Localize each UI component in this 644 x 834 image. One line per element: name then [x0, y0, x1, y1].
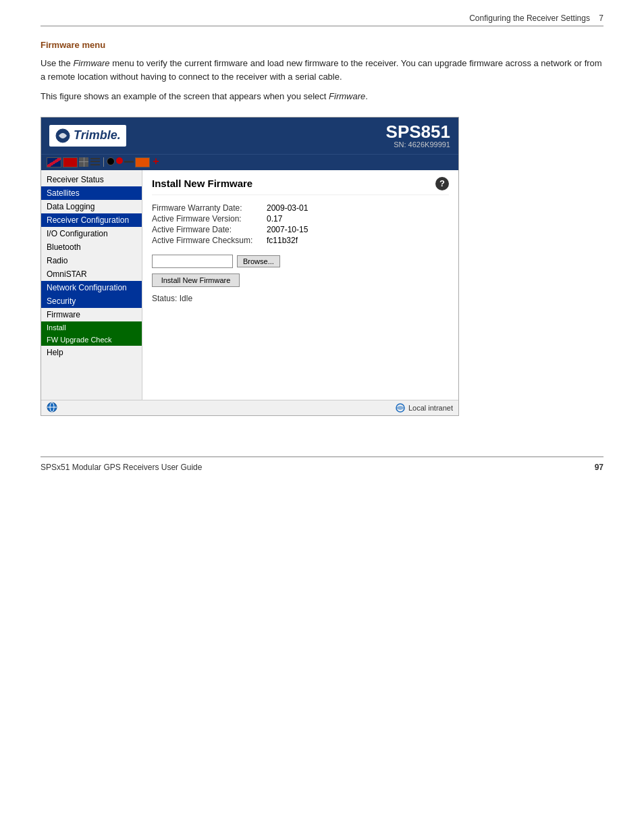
- help-icon-button[interactable]: ?: [435, 177, 449, 190]
- info-label-1: Active Firmware Version:: [152, 214, 267, 224]
- nav-item-bluetooth[interactable]: Bluetooth: [41, 240, 142, 254]
- ie-icon: [47, 402, 57, 413]
- statusbar-right: Local intranet: [395, 402, 453, 413]
- content-title-text: Install New Firmware: [152, 178, 252, 189]
- nav-item-radio[interactable]: Radio: [41, 254, 142, 267]
- info-row-2: Active Firmware Date: 2007-10-15: [152, 225, 449, 234]
- browse-row: Browse...: [152, 255, 449, 268]
- browser-body: Receiver Status Satellites Data Logging …: [41, 170, 458, 400]
- grid-icon: [79, 157, 88, 167]
- red-dot-icon: [116, 157, 123, 164]
- firmware-info-table: Firmware Warranty Date: 2009-03-01 Activ…: [152, 203, 449, 245]
- nav-item-omnistar[interactable]: OmniSTAR: [41, 267, 142, 281]
- trimble-logo: Trimble.: [49, 125, 126, 147]
- nav-item-install[interactable]: Install: [41, 321, 142, 334]
- sps-model: SPS851 SN: 4626K99991: [386, 123, 450, 149]
- info-value-2: 2007-10-15: [267, 225, 308, 234]
- info-row-0: Firmware Warranty Date: 2009-03-01: [152, 203, 449, 213]
- nav-item-network-config[interactable]: Network Configuration: [41, 281, 142, 294]
- page-header-text: Configuring the Receiver Settings 7: [469, 14, 603, 23]
- trimble-logo-text: Trimble.: [74, 128, 121, 142]
- browser-statusbar: Local intranet: [41, 400, 458, 415]
- nav-item-fw-upgrade-check[interactable]: FW Upgrade Check: [41, 334, 142, 346]
- nav-toolbar-icons: +: [47, 157, 161, 167]
- sps-serial: SN: 4626K99991: [386, 140, 450, 149]
- footer-left-text: SPSx51 Modular GPS Receivers User Guide: [41, 463, 202, 472]
- browse-button[interactable]: Browse...: [237, 255, 280, 267]
- info-label-0: Firmware Warranty Date:: [152, 203, 267, 213]
- info-row-1: Active Firmware Version: 0.17: [152, 214, 449, 224]
- nav-item-help[interactable]: Help: [41, 346, 142, 359]
- lines-icon: [90, 157, 101, 166]
- section-title: Firmware menu: [41, 40, 603, 50]
- trimble-logo-icon: [55, 128, 71, 144]
- nav-item-data-logging[interactable]: Data Logging: [41, 200, 142, 213]
- info-value-3: fc11b32f: [267, 236, 298, 245]
- info-value-1: 0.17: [267, 214, 282, 224]
- status-label: Status:: [152, 294, 177, 303]
- info-label-2: Active Firmware Date:: [152, 225, 267, 234]
- page-header: Configuring the Receiver Settings 7: [41, 14, 603, 26]
- flag-icon-2: [63, 157, 78, 167]
- info-label-3: Active Firmware Checksum:: [152, 236, 267, 245]
- right-content: Install New Firmware ? Firmware Warranty…: [142, 170, 458, 400]
- statusbar-left: [47, 402, 57, 414]
- status-value: Idle: [180, 294, 192, 303]
- footer-right-text: 97: [595, 463, 603, 472]
- sps-model-number: SPS851: [386, 123, 450, 140]
- browser-topbar: Trimble. SPS851 SN: 4626K99991: [41, 118, 458, 154]
- browser-window: Trimble. SPS851 SN: 4626K99991: [41, 117, 459, 416]
- circle-icon: [107, 157, 115, 165]
- info-value-0: 2009-03-01: [267, 203, 308, 213]
- nav-item-receiver-status[interactable]: Receiver Status: [41, 173, 142, 186]
- install-firmware-button[interactable]: Install New Firmware: [152, 273, 240, 287]
- network-icon: [395, 402, 406, 413]
- statusbar-right-text: Local intranet: [408, 404, 453, 412]
- dash-icon: [124, 161, 134, 163]
- flag-icon-3: [135, 157, 150, 167]
- body-text-1: Use the Firmware menu to verify the curr…: [41, 57, 603, 83]
- left-nav: Receiver Status Satellites Data Logging …: [41, 170, 142, 400]
- toolbar-separator-1: [103, 157, 104, 167]
- content-title-row: Install New Firmware ?: [152, 177, 449, 195]
- nav-item-security[interactable]: Security: [41, 294, 142, 308]
- browse-input[interactable]: [152, 255, 233, 268]
- nav-item-firmware[interactable]: Firmware: [41, 308, 142, 321]
- browser-toolbar: +: [41, 154, 458, 170]
- info-row-3: Active Firmware Checksum: fc11b32f: [152, 236, 449, 245]
- nav-item-satellites[interactable]: Satellites: [41, 186, 142, 200]
- nav-item-io-config[interactable]: I/O Configuration: [41, 227, 142, 240]
- page-footer: SPSx51 Modular GPS Receivers User Guide …: [41, 457, 603, 472]
- nav-item-receiver-config[interactable]: Receiver Configuration: [41, 213, 142, 227]
- body-text-2: This figure shows an example of the scre…: [41, 90, 603, 103]
- plus-icon: +: [151, 157, 161, 167]
- status-text: Status: Idle: [152, 294, 449, 303]
- flag-icon-1: [47, 157, 61, 167]
